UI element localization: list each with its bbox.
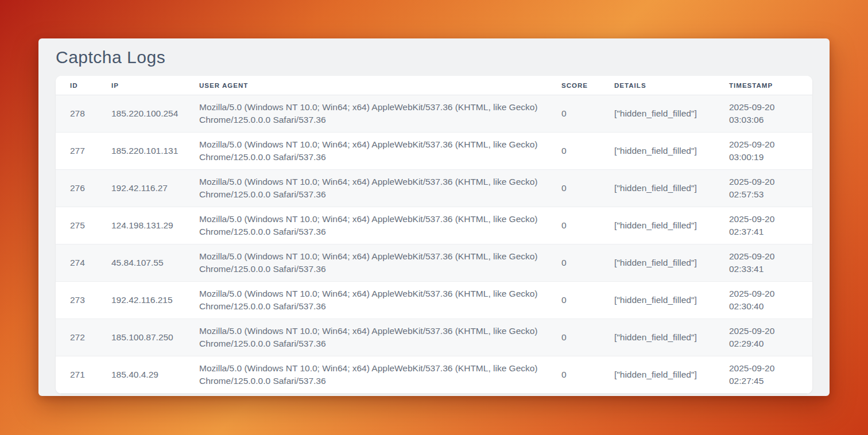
table-row: 277 185.220.101.131 Mozilla/5.0 (Windows… bbox=[56, 133, 812, 170]
column-header-ip: IP bbox=[104, 76, 192, 95]
cell-details: ["hidden_field_filled"] bbox=[607, 133, 722, 170]
table-header-row: ID IP USER AGENT SCORE DETAILS TIMESTAMP bbox=[56, 76, 812, 95]
cell-details: ["hidden_field_filled"] bbox=[607, 319, 722, 356]
cell-id: 276 bbox=[56, 170, 104, 207]
column-header-details: DETAILS bbox=[607, 76, 722, 95]
cell-details: ["hidden_field_filled"] bbox=[607, 356, 722, 394]
cell-details: ["hidden_field_filled"] bbox=[607, 244, 722, 282]
cell-ip: 124.198.131.29 bbox=[104, 207, 192, 244]
cell-score: 0 bbox=[555, 170, 607, 207]
table-row: 273 192.42.116.215 Mozilla/5.0 (Windows … bbox=[56, 282, 812, 319]
cell-ip: 185.100.87.250 bbox=[104, 319, 192, 356]
column-header-id: ID bbox=[56, 76, 104, 95]
cell-score: 0 bbox=[555, 319, 607, 356]
cell-user-agent: Mozilla/5.0 (Windows NT 10.0; Win64; x64… bbox=[192, 319, 555, 356]
cell-timestamp: 2025-09-20 03:03:06 bbox=[722, 95, 812, 133]
cell-user-agent: Mozilla/5.0 (Windows NT 10.0; Win64; x64… bbox=[192, 170, 555, 207]
table-body: 278 185.220.100.254 Mozilla/5.0 (Windows… bbox=[56, 95, 812, 394]
cell-id: 274 bbox=[56, 244, 104, 282]
cell-id: 275 bbox=[56, 207, 104, 244]
cell-details: ["hidden_field_filled"] bbox=[607, 207, 722, 244]
cell-score: 0 bbox=[555, 133, 607, 170]
cell-details: ["hidden_field_filled"] bbox=[607, 95, 722, 133]
cell-id: 278 bbox=[56, 95, 104, 133]
cell-id: 277 bbox=[56, 133, 104, 170]
cell-timestamp: 2025-09-20 02:33:41 bbox=[722, 244, 812, 282]
cell-timestamp: 2025-09-20 02:30:40 bbox=[722, 282, 812, 319]
cell-user-agent: Mozilla/5.0 (Windows NT 10.0; Win64; x64… bbox=[192, 282, 555, 319]
captcha-logs-table: ID IP USER AGENT SCORE DETAILS TIMESTAMP… bbox=[56, 76, 812, 394]
cell-id: 272 bbox=[56, 319, 104, 356]
table-row: 276 192.42.116.27 Mozilla/5.0 (Windows N… bbox=[56, 170, 812, 207]
cell-user-agent: Mozilla/5.0 (Windows NT 10.0; Win64; x64… bbox=[192, 207, 555, 244]
cell-ip: 192.42.116.27 bbox=[104, 170, 192, 207]
cell-score: 0 bbox=[555, 282, 607, 319]
table-row: 274 45.84.107.55 Mozilla/5.0 (Windows NT… bbox=[56, 244, 812, 282]
cell-timestamp: 2025-09-20 02:29:40 bbox=[722, 319, 812, 356]
captcha-logs-table-container: ID IP USER AGENT SCORE DETAILS TIMESTAMP… bbox=[56, 76, 812, 394]
column-header-timestamp: TIMESTAMP bbox=[722, 76, 812, 95]
cell-details: ["hidden_field_filled"] bbox=[607, 282, 722, 319]
cell-details: ["hidden_field_filled"] bbox=[607, 170, 722, 207]
cell-user-agent: Mozilla/5.0 (Windows NT 10.0; Win64; x64… bbox=[192, 244, 555, 282]
table-row: 272 185.100.87.250 Mozilla/5.0 (Windows … bbox=[56, 319, 812, 356]
cell-user-agent: Mozilla/5.0 (Windows NT 10.0; Win64; x64… bbox=[192, 95, 555, 133]
cell-id: 273 bbox=[56, 282, 104, 319]
captcha-logs-card: Captcha Logs ID IP USER AGENT SCORE DETA… bbox=[38, 38, 830, 396]
cell-ip: 185.220.100.254 bbox=[104, 95, 192, 133]
table-row: 275 124.198.131.29 Mozilla/5.0 (Windows … bbox=[56, 207, 812, 244]
cell-id: 271 bbox=[56, 356, 104, 394]
table-row: 278 185.220.100.254 Mozilla/5.0 (Windows… bbox=[56, 95, 812, 133]
cell-timestamp: 2025-09-20 02:37:41 bbox=[722, 207, 812, 244]
page-title: Captcha Logs bbox=[56, 47, 812, 68]
cell-timestamp: 2025-09-20 02:57:53 bbox=[722, 170, 812, 207]
cell-user-agent: Mozilla/5.0 (Windows NT 10.0; Win64; x64… bbox=[192, 356, 555, 394]
cell-timestamp: 2025-09-20 02:27:45 bbox=[722, 356, 812, 394]
cell-ip: 192.42.116.215 bbox=[104, 282, 192, 319]
cell-timestamp: 2025-09-20 03:00:19 bbox=[722, 133, 812, 170]
cell-score: 0 bbox=[555, 95, 607, 133]
column-header-user-agent: USER AGENT bbox=[192, 76, 555, 95]
cell-user-agent: Mozilla/5.0 (Windows NT 10.0; Win64; x64… bbox=[192, 133, 555, 170]
cell-ip: 185.40.4.29 bbox=[104, 356, 192, 394]
table-row: 271 185.40.4.29 Mozilla/5.0 (Windows NT … bbox=[56, 356, 812, 394]
cell-ip: 45.84.107.55 bbox=[104, 244, 192, 282]
cell-score: 0 bbox=[555, 207, 607, 244]
cell-score: 0 bbox=[555, 356, 607, 394]
cell-score: 0 bbox=[555, 244, 607, 282]
column-header-score: SCORE bbox=[555, 76, 607, 95]
cell-ip: 185.220.101.131 bbox=[104, 133, 192, 170]
